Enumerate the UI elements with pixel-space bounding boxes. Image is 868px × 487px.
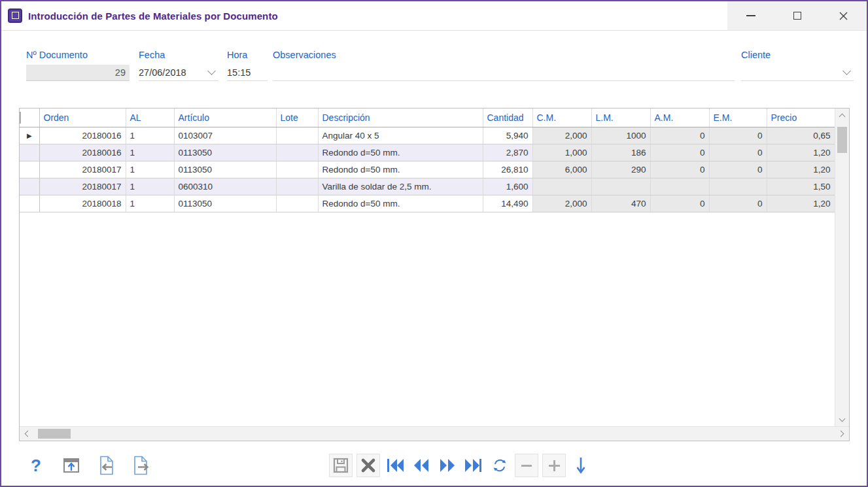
cell-precio[interactable]: 1,20 bbox=[767, 161, 835, 178]
cell-lm[interactable]: 186 bbox=[591, 144, 650, 161]
cell-cantidad[interactable]: 2,870 bbox=[483, 144, 532, 161]
maximize-button[interactable] bbox=[774, 1, 820, 30]
cell-descripcion[interactable]: Varilla de soldar de 2,5 mm. bbox=[318, 178, 483, 195]
row-selector-cell[interactable] bbox=[20, 195, 39, 212]
cancel-button[interactable] bbox=[356, 454, 380, 477]
fecha-dropdown-chevron-icon[interactable] bbox=[207, 67, 216, 75]
column-header[interactable]: E.M. bbox=[709, 109, 767, 127]
cell-orden[interactable]: 20180016 bbox=[39, 127, 126, 144]
row-selector-cell[interactable] bbox=[20, 161, 39, 178]
scroll-left-icon[interactable] bbox=[25, 431, 31, 437]
scroll-up-icon[interactable] bbox=[839, 114, 846, 120]
cell-articulo[interactable]: 0113050 bbox=[174, 195, 276, 212]
move-down-button[interactable] bbox=[570, 454, 592, 477]
row-selector-cell[interactable] bbox=[20, 178, 39, 195]
hora-field[interactable]: 15:15 bbox=[227, 65, 268, 81]
cell-al[interactable]: 1 bbox=[126, 127, 174, 144]
cell-precio[interactable]: 0,65 bbox=[767, 127, 835, 144]
save-button[interactable] bbox=[329, 454, 353, 477]
next-record-button[interactable] bbox=[436, 454, 459, 477]
import-document-button[interactable] bbox=[95, 454, 118, 477]
cell-lm[interactable]: 290 bbox=[591, 161, 650, 178]
help-button[interactable]: ? bbox=[25, 454, 47, 477]
cell-descripcion[interactable]: Redondo d=50 mm. bbox=[318, 161, 483, 178]
cell-lote[interactable] bbox=[276, 127, 318, 144]
cell-am[interactable]: 0 bbox=[650, 195, 709, 212]
vertical-scroll-thumb[interactable] bbox=[837, 127, 847, 153]
cell-descripcion[interactable]: Redondo d=50 mm. bbox=[318, 144, 483, 161]
table-row[interactable]: 20180017 1 0600310 Varilla de soldar de … bbox=[20, 178, 835, 195]
column-header[interactable]: C.M. bbox=[532, 109, 591, 127]
cell-am[interactable]: 0 bbox=[650, 127, 709, 144]
cell-al[interactable]: 1 bbox=[126, 161, 174, 178]
export-window-button[interactable] bbox=[60, 454, 82, 477]
cell-orden[interactable]: 20180016 bbox=[39, 144, 126, 161]
cell-orden[interactable]: 20180017 bbox=[39, 161, 126, 178]
export-document-button[interactable] bbox=[131, 454, 153, 477]
cell-cm[interactable] bbox=[532, 178, 591, 195]
scroll-right-icon[interactable] bbox=[838, 431, 844, 437]
cell-cantidad[interactable]: 1,600 bbox=[483, 178, 532, 195]
column-header[interactable]: Descripción bbox=[318, 109, 483, 127]
column-header[interactable]: AL bbox=[126, 109, 174, 127]
cell-lm[interactable]: 1000 bbox=[591, 127, 650, 144]
previous-record-button[interactable] bbox=[410, 454, 432, 477]
cliente-dropdown-chevron-icon[interactable] bbox=[842, 67, 851, 75]
cell-cantidad[interactable]: 5,940 bbox=[483, 127, 532, 144]
minimize-button[interactable] bbox=[727, 1, 774, 30]
scroll-down-icon[interactable] bbox=[839, 416, 846, 422]
table-row[interactable]: ▶ 20180016 1 0103007 Angular 40 x 5 5,94… bbox=[20, 127, 835, 144]
cell-articulo[interactable]: 0600310 bbox=[174, 178, 276, 195]
cell-al[interactable]: 1 bbox=[126, 144, 174, 161]
remove-row-button[interactable] bbox=[515, 454, 538, 477]
column-header[interactable]: Orden bbox=[39, 109, 126, 127]
column-header[interactable]: Precio bbox=[767, 109, 835, 127]
column-header[interactable]: Lote bbox=[276, 109, 318, 127]
documento-field[interactable]: 29 bbox=[26, 65, 130, 81]
cell-cm[interactable]: 2,000 bbox=[532, 195, 591, 212]
row-selector-header[interactable] bbox=[20, 109, 39, 127]
cell-lote[interactable] bbox=[276, 195, 318, 212]
first-record-button[interactable] bbox=[384, 454, 406, 477]
cell-am[interactable] bbox=[650, 178, 709, 195]
row-selector-cell[interactable] bbox=[20, 144, 39, 161]
cell-al[interactable]: 1 bbox=[126, 178, 174, 195]
cell-lm[interactable]: 470 bbox=[591, 195, 650, 212]
cell-descripcion[interactable]: Angular 40 x 5 bbox=[318, 127, 483, 144]
refresh-button[interactable] bbox=[489, 454, 511, 477]
cell-descripcion[interactable]: Redondo d=50 mm. bbox=[318, 195, 483, 212]
column-header[interactable]: A.M. bbox=[650, 109, 709, 127]
cell-am[interactable]: 0 bbox=[650, 144, 709, 161]
cell-precio[interactable]: 1,50 bbox=[767, 178, 835, 195]
cell-orden[interactable]: 20180017 bbox=[39, 178, 126, 195]
cell-em[interactable] bbox=[709, 178, 767, 195]
column-header[interactable]: Cantidad bbox=[483, 109, 532, 127]
cell-cm[interactable]: 2,000 bbox=[532, 127, 591, 144]
cell-lote[interactable] bbox=[276, 144, 318, 161]
cell-lote[interactable] bbox=[276, 178, 318, 195]
cell-precio[interactable]: 1,20 bbox=[767, 144, 835, 161]
add-row-button[interactable] bbox=[542, 454, 566, 477]
table-row[interactable]: 20180016 1 0113050 Redondo d=50 mm. 2,87… bbox=[20, 144, 835, 161]
last-record-button[interactable] bbox=[462, 454, 485, 477]
cell-al[interactable]: 1 bbox=[126, 195, 174, 212]
close-button[interactable] bbox=[820, 1, 867, 30]
cell-em[interactable]: 0 bbox=[709, 195, 767, 212]
cell-orden[interactable]: 20180018 bbox=[39, 195, 126, 212]
table-row[interactable]: 20180017 1 0113050 Redondo d=50 mm. 26,8… bbox=[20, 161, 835, 178]
cell-cm[interactable]: 1,000 bbox=[532, 144, 591, 161]
cell-cantidad[interactable]: 14,490 bbox=[483, 195, 532, 212]
cell-em[interactable]: 0 bbox=[709, 127, 767, 144]
horizontal-scroll-thumb[interactable] bbox=[38, 429, 71, 439]
table-row[interactable]: 20180018 1 0113050 Redondo d=50 mm. 14,4… bbox=[20, 195, 835, 212]
fecha-field[interactable]: 27/06/2018 bbox=[139, 65, 218, 81]
column-header[interactable]: Artículo bbox=[174, 109, 276, 127]
vertical-scrollbar[interactable] bbox=[835, 109, 849, 427]
row-selector-cell[interactable]: ▶ bbox=[20, 127, 39, 144]
cell-articulo[interactable]: 0113050 bbox=[174, 144, 276, 161]
cell-lm[interactable] bbox=[591, 178, 650, 195]
cell-lote[interactable] bbox=[276, 161, 318, 178]
observaciones-field[interactable] bbox=[273, 65, 735, 81]
cell-em[interactable]: 0 bbox=[709, 144, 767, 161]
cell-articulo[interactable]: 0113050 bbox=[174, 161, 276, 178]
